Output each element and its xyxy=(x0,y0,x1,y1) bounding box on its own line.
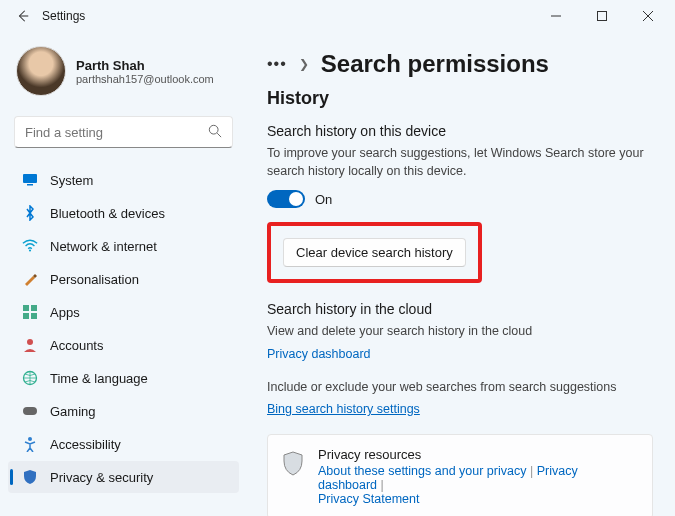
window-title: Settings xyxy=(42,9,533,23)
bluetooth-icon xyxy=(22,205,38,221)
sidebar-item-label: System xyxy=(50,173,93,188)
more-crumb-button[interactable]: ••• xyxy=(267,55,287,73)
sidebar-item-label: Gaming xyxy=(50,404,96,419)
clock-globe-icon xyxy=(22,370,38,386)
sidebar-item-apps[interactable]: Apps xyxy=(8,296,239,328)
display-icon xyxy=(22,172,38,188)
arrow-left-icon xyxy=(16,9,30,23)
clear-history-button[interactable]: Clear device search history xyxy=(283,238,466,267)
sidebar-item-label: Network & internet xyxy=(50,239,157,254)
svg-rect-5 xyxy=(23,305,29,311)
sidebar-item-label: Personalisation xyxy=(50,272,139,287)
sidebar-item-label: Apps xyxy=(50,305,80,320)
search-input[interactable] xyxy=(25,125,208,140)
sidebar-item-personalisation[interactable]: Personalisation xyxy=(8,263,239,295)
privacy-dashboard-link[interactable]: Privacy dashboard xyxy=(267,347,371,361)
svg-rect-6 xyxy=(31,305,37,311)
close-icon xyxy=(643,11,653,21)
cloud-history-heading: Search history in the cloud xyxy=(267,301,653,317)
wifi-icon xyxy=(22,238,38,254)
device-history-heading: Search history on this device xyxy=(267,123,653,139)
maximize-button[interactable] xyxy=(579,1,625,31)
profile-name: Parth Shah xyxy=(76,58,214,73)
svg-rect-7 xyxy=(23,313,29,319)
svg-point-1 xyxy=(209,125,218,134)
svg-rect-3 xyxy=(27,184,33,186)
search-input-wrap[interactable] xyxy=(14,116,233,148)
card-title: Privacy resources xyxy=(318,447,638,462)
profile-email: parthshah157@outlook.com xyxy=(76,73,214,85)
bing-history-link[interactable]: Bing search history settings xyxy=(267,402,420,416)
sidebar-item-label: Time & language xyxy=(50,371,148,386)
card-link-statement[interactable]: Privacy Statement xyxy=(318,492,419,506)
page-title: Search permissions xyxy=(321,50,549,78)
paint-icon xyxy=(22,271,38,287)
toggle-state-label: On xyxy=(315,192,332,207)
minimize-icon xyxy=(551,11,561,21)
close-button[interactable] xyxy=(625,1,671,31)
svg-rect-0 xyxy=(598,12,607,21)
sidebar-item-label: Bluetooth & devices xyxy=(50,206,165,221)
include-exclude-desc: Include or exclude your web searches fro… xyxy=(267,379,653,397)
history-toggle[interactable] xyxy=(267,190,305,208)
svg-rect-2 xyxy=(23,174,37,183)
card-link-about[interactable]: About these settings and your privacy xyxy=(318,464,526,478)
sidebar-item-network[interactable]: Network & internet xyxy=(8,230,239,262)
privacy-resources-card: Privacy resources About these settings a… xyxy=(267,434,653,516)
sidebar-item-time[interactable]: Time & language xyxy=(8,362,239,394)
gamepad-icon xyxy=(22,403,38,419)
sidebar-item-label: Accounts xyxy=(50,338,103,353)
cloud-history-desc: View and delete your search history in t… xyxy=(267,323,653,341)
sidebar-item-accessibility[interactable]: Accessibility xyxy=(8,428,239,460)
titlebar: Settings xyxy=(0,0,675,32)
svg-rect-11 xyxy=(23,407,37,415)
sidebar-item-system[interactable]: System xyxy=(8,164,239,196)
back-button[interactable] xyxy=(12,5,34,27)
person-icon xyxy=(22,337,38,353)
profile-block[interactable]: Parth Shah parthshah157@outlook.com xyxy=(8,40,239,110)
minimize-button[interactable] xyxy=(533,1,579,31)
sidebar-item-accounts[interactable]: Accounts xyxy=(8,329,239,361)
main-content: ••• ❯ Search permissions History Search … xyxy=(245,32,675,516)
search-icon xyxy=(208,124,222,141)
highlight-box: Clear device search history xyxy=(267,222,482,283)
maximize-icon xyxy=(597,11,607,21)
device-history-desc: To improve your search suggestions, let … xyxy=(267,145,653,180)
sidebar-item-bluetooth[interactable]: Bluetooth & devices xyxy=(8,197,239,229)
shield-icon xyxy=(282,451,304,480)
accessibility-icon xyxy=(22,436,38,452)
sidebar-item-label: Accessibility xyxy=(50,437,121,452)
sidebar-item-gaming[interactable]: Gaming xyxy=(8,395,239,427)
sidebar-item-label: Privacy & security xyxy=(50,470,153,485)
avatar xyxy=(16,46,66,96)
history-heading: History xyxy=(267,88,653,109)
svg-point-4 xyxy=(29,249,31,251)
sidebar-item-privacy[interactable]: Privacy & security xyxy=(8,461,239,493)
svg-rect-8 xyxy=(31,313,37,319)
chevron-right-icon: ❯ xyxy=(299,57,309,71)
apps-icon xyxy=(22,304,38,320)
svg-point-12 xyxy=(28,437,32,441)
breadcrumb: ••• ❯ Search permissions xyxy=(267,50,653,78)
shield-icon xyxy=(22,469,38,485)
svg-point-9 xyxy=(27,339,33,345)
sidebar: Parth Shah parthshah157@outlook.com Syst… xyxy=(0,32,245,516)
